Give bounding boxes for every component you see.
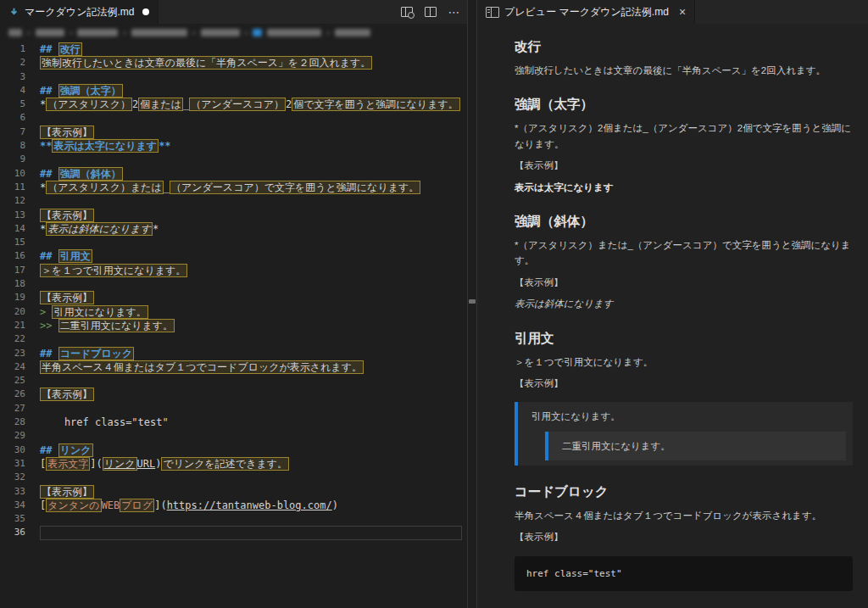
editor-line[interactable]: 35	[0, 512, 467, 526]
unicode-highlight-token: 表示は斜体になります	[46, 222, 153, 236]
token: ##	[40, 444, 58, 456]
line-number: 14	[0, 222, 25, 236]
editor-line[interactable]: 34[タンタンのWEBブログ](https://tantanweb-blog.c…	[0, 499, 467, 512]
unicode-highlight-token: 【表示例】	[40, 209, 94, 222]
line-content	[40, 429, 462, 443]
line-content: *（アスタリスク）2個または_（アンダースコア）2個で文字を囲うと強調になります…	[40, 98, 462, 111]
line-content: ## 改行	[40, 42, 462, 56]
editor-line[interactable]: 7【表示例】	[0, 126, 467, 139]
editor-line[interactable]: 31[表示文字](リンクURL)でリンクを記述できます。	[0, 457, 467, 471]
unicode-highlight-token: 【表示例】	[40, 388, 94, 401]
editor-line[interactable]: 22	[0, 332, 467, 346]
editor-line[interactable]: 12	[0, 194, 467, 208]
line-number: 17	[0, 264, 25, 277]
breadcrumb-segment	[335, 29, 370, 36]
editor-line[interactable]: 33【表示例】	[0, 485, 467, 499]
preview-heading: 引用文	[515, 330, 853, 348]
modified-dot-icon[interactable]	[142, 8, 149, 15]
more-actions-icon[interactable]: ⋯	[447, 4, 462, 20]
editor-line[interactable]: 11*（アスタリスク）または_（アンダースコア）で文字を囲うと強調になります。	[0, 181, 467, 194]
unicode-highlight-token: 二重引用文になります。	[58, 319, 175, 332]
editor-line[interactable]: 8**表示は太字になります**	[0, 139, 467, 153]
tab-markdown-file[interactable]: マークダウン記法例.md	[0, 0, 159, 24]
token: href class="test"	[40, 416, 169, 428]
breadcrumb-segment	[131, 29, 187, 36]
editor-line[interactable]: 19【表示例】	[0, 291, 467, 304]
editor-line[interactable]: 10## 強調（斜体）	[0, 167, 467, 181]
editor-lines[interactable]: 1## 改行2強制改行したいときは文章の最後に「半角スペース」を２回入れます。3…	[0, 42, 467, 540]
line-content: *表示は斜体になります*	[40, 222, 462, 236]
unicode-highlight-token: 改行	[58, 42, 82, 56]
line-number: 36	[0, 526, 25, 539]
preview-paragraph: *（アスタリスク）2個または_（アンダースコア）2個で文字を囲うと強調になります…	[515, 120, 853, 152]
unicode-highlight-token: 【表示例】	[40, 126, 94, 139]
preview-paragraph: 強制改行したいときは文章の最後に「半角スペース」を2回入れます。	[515, 63, 853, 78]
editor-line[interactable]: 5*（アスタリスク）2個または_（アンダースコア）2個で文字を囲うと強調になりま…	[0, 98, 467, 111]
token: ##	[40, 85, 58, 97]
line-number: 10	[0, 167, 25, 181]
editor-line[interactable]: 4## 強調（太字）	[0, 84, 467, 98]
token: >>	[40, 320, 58, 332]
breadcrumb-segment	[267, 29, 321, 36]
token: **	[40, 140, 52, 152]
editor-line[interactable]: 36	[0, 526, 467, 539]
scrollbar-thumb[interactable]	[469, 299, 476, 304]
preview-content: 改行強制改行したいときは文章の最後に「半角スペース」を2回入れます。強調（太字）…	[477, 24, 868, 608]
line-content: ## コードブロック	[40, 347, 462, 360]
split-editor-icon[interactable]	[423, 4, 438, 20]
editor-line[interactable]: 29	[0, 429, 467, 443]
editor-line[interactable]: 28 href class="test"	[0, 416, 467, 429]
editor-line[interactable]: 26【表示例】	[0, 388, 467, 401]
token: ##	[40, 168, 58, 180]
tab-markdown-preview[interactable]: プレビュー マークダウン記法例.md ×	[477, 0, 695, 24]
editor-line[interactable]: 32	[0, 471, 467, 484]
editor-line[interactable]: 14*表示は斜体になります*	[0, 222, 467, 236]
line-number: 29	[0, 429, 25, 443]
editor-line[interactable]: 2強制改行したいときは文章の最後に「半角スペース」を２回入れます。	[0, 56, 467, 70]
close-icon[interactable]: ×	[679, 6, 686, 18]
unicode-highlight-token: （アンダースコア）	[189, 98, 286, 111]
line-number: 16	[0, 249, 25, 263]
preview-paragraph: *（アスタリスク）または_（アンダースコア）で文字を囲うと強調になります。	[515, 237, 853, 269]
unicode-highlight-token: 個で文字を囲うと強調になります。	[292, 98, 460, 111]
editor-line[interactable]: 16## 引用文	[0, 249, 467, 263]
unicode-highlight-token: 表示は太字になります	[52, 139, 159, 153]
token: WEB	[102, 499, 120, 511]
editor-line[interactable]: 23## コードブロック	[0, 347, 467, 360]
editor-line[interactable]: 24半角スペース４個またはタブ１つでコードブロックが表示されます。	[0, 360, 467, 374]
line-number: 34	[0, 499, 25, 512]
line-content	[40, 277, 462, 291]
editor-line[interactable]: 3	[0, 70, 467, 84]
editor-line[interactable]: 1## 改行	[0, 42, 467, 56]
unicode-highlight-token: （アスタリスク）	[46, 98, 132, 111]
line-content: 強制改行したいときは文章の最後に「半角スペース」を２回入れます。	[40, 56, 462, 70]
editor-line[interactable]: 6	[0, 111, 467, 125]
editor-line[interactable]: 21>> 二重引用文になります。	[0, 319, 467, 332]
editor-line[interactable]: 25	[0, 374, 467, 388]
line-content: ## リンク	[40, 443, 462, 457]
breadcrumb-chevron-icon: ›	[326, 28, 330, 37]
editor-line[interactable]: 13【表示例】	[0, 209, 467, 222]
editor-line[interactable]: 9	[0, 153, 467, 166]
preview-tab-bar: プレビュー マークダウン記法例.md ×	[477, 0, 868, 24]
unicode-highlight-token: ＞を１つで引用文になります。	[40, 264, 187, 277]
line-number: 27	[0, 402, 25, 416]
editor-line[interactable]: 20> 引用文になります。	[0, 305, 467, 319]
line-number: 12	[0, 194, 25, 208]
token: )	[332, 499, 338, 511]
line-number: 19	[0, 291, 25, 304]
line-content: 【表示例】	[40, 209, 462, 222]
open-preview-icon[interactable]	[399, 4, 415, 20]
editor-line[interactable]: 30## リンク	[0, 443, 467, 457]
line-content: > 引用文になります。	[40, 305, 462, 319]
line-content: **表示は太字になります**	[40, 139, 462, 153]
editor-line[interactable]: 17＞を１つで引用文になります。	[0, 264, 467, 277]
line-number: 20	[0, 305, 25, 319]
line-content	[40, 194, 462, 208]
editor-line[interactable]: 27	[0, 402, 467, 416]
breadcrumb[interactable]: ››››››	[0, 24, 467, 42]
breadcrumb-segment	[36, 29, 64, 36]
editor-line[interactable]: 18	[0, 277, 467, 291]
editor-line[interactable]: 15	[0, 236, 467, 249]
pane-divider[interactable]	[467, 0, 477, 608]
